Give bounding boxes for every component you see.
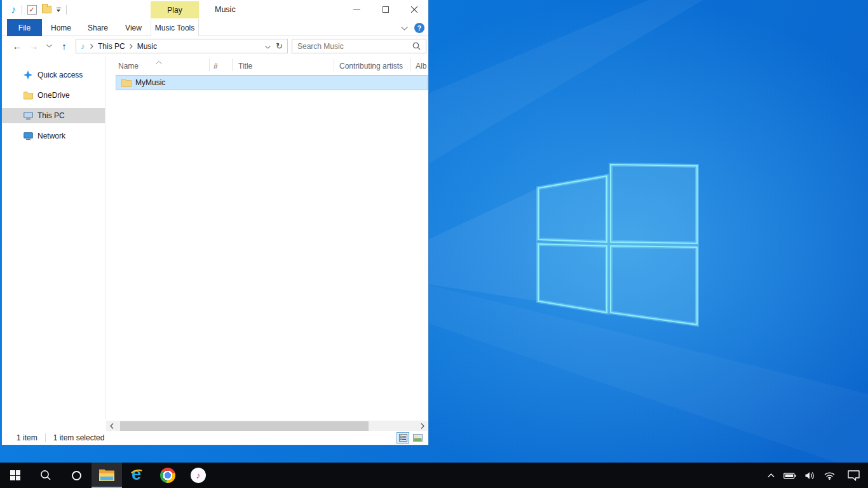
show-hidden-icons-button[interactable] bbox=[768, 473, 775, 478]
network-icon bbox=[23, 132, 33, 140]
forward-button[interactable]: → bbox=[27, 36, 40, 56]
minimize-icon bbox=[353, 6, 360, 13]
chrome-icon bbox=[160, 468, 175, 483]
help-button[interactable]: ? bbox=[414, 23, 424, 33]
quick-access-toolbar: ♪ ✓ bbox=[11, 0, 67, 19]
column-header-contributing-artists[interactable]: Contributing artists bbox=[339, 56, 412, 74]
sidebar-item-onedrive[interactable]: OneDrive bbox=[2, 88, 105, 103]
taskbar-file-explorer-button[interactable] bbox=[92, 463, 122, 488]
large-icons-view-button[interactable] bbox=[411, 432, 424, 444]
file-explorer-icon bbox=[98, 469, 115, 482]
chevron-down-icon bbox=[401, 27, 408, 30]
file-name: MyMusic bbox=[135, 78, 165, 87]
refresh-button[interactable]: ↻ bbox=[276, 41, 283, 51]
wifi-icon bbox=[824, 471, 835, 480]
minimize-button[interactable] bbox=[342, 0, 371, 19]
scroll-left-button[interactable] bbox=[106, 421, 117, 431]
sidebar-item-network[interactable]: Network bbox=[2, 128, 105, 144]
internet-explorer-icon: e bbox=[129, 467, 146, 484]
cortana-icon bbox=[72, 471, 81, 480]
system-tray bbox=[768, 463, 835, 488]
address-dropdown-chevron[interactable] bbox=[265, 42, 271, 51]
chrome-button[interactable] bbox=[153, 463, 183, 488]
speaker-icon bbox=[805, 471, 815, 480]
chevron-right-icon bbox=[421, 423, 424, 429]
item-count: 1 item bbox=[17, 433, 37, 442]
address-bar-row: ← → ↑ ♪ This PC Music ↻ bbox=[2, 36, 428, 56]
recent-locations-chevron[interactable] bbox=[44, 36, 54, 56]
details-view-icon bbox=[399, 434, 407, 442]
qat-separator bbox=[66, 5, 67, 15]
tab-home[interactable]: Home bbox=[44, 19, 78, 36]
qat-separator bbox=[22, 5, 22, 15]
taskbar: e ♪ bbox=[0, 463, 868, 488]
address-bar[interactable]: ♪ This PC Music ↻ bbox=[76, 39, 288, 53]
play-group-label: Play bbox=[167, 6, 182, 15]
expand-ribbon-chevron[interactable] bbox=[401, 24, 408, 32]
onedrive-icon bbox=[23, 92, 33, 100]
location-music-icon: ♪ bbox=[81, 42, 85, 51]
taskbar-search-button[interactable] bbox=[31, 463, 61, 488]
caption-buttons bbox=[342, 0, 428, 19]
column-header-album[interactable]: Alb bbox=[416, 56, 431, 74]
cortana-button[interactable] bbox=[61, 463, 92, 488]
status-bar: 1 item 1 item selected bbox=[2, 431, 428, 445]
selection-count: 1 item selected bbox=[53, 433, 105, 442]
breadcrumb-chevron-icon bbox=[87, 44, 97, 49]
search-icon[interactable] bbox=[412, 42, 421, 50]
internet-explorer-button[interactable]: e bbox=[122, 463, 153, 488]
close-icon bbox=[411, 6, 417, 13]
ribbon-tab-bar: File Home Share View Music Tools ? bbox=[2, 19, 428, 36]
up-button[interactable]: ↑ bbox=[58, 36, 71, 56]
breadcrumb-music[interactable]: Music bbox=[136, 42, 158, 51]
column-resize-handle[interactable] bbox=[410, 58, 411, 71]
column-resize-handle[interactable] bbox=[209, 58, 210, 71]
tab-music-tools[interactable]: Music Tools bbox=[151, 19, 199, 36]
contextual-tab-group-play[interactable]: Play bbox=[151, 1, 199, 18]
folder-icon bbox=[121, 79, 132, 87]
maximize-button[interactable] bbox=[371, 0, 400, 19]
title-bar: ♪ ✓ Play Music bbox=[2, 0, 428, 19]
battery-tray-button[interactable] bbox=[783, 472, 796, 479]
close-button[interactable] bbox=[400, 0, 428, 19]
itunes-button[interactable]: ♪ bbox=[183, 463, 214, 488]
tab-view[interactable]: View bbox=[118, 19, 149, 36]
column-resize-handle[interactable] bbox=[334, 58, 334, 71]
sidebar-item-this-pc[interactable]: This PC bbox=[2, 108, 105, 123]
search-input[interactable] bbox=[292, 42, 412, 51]
sort-ascending-icon bbox=[156, 57, 162, 66]
column-header-title[interactable]: Title bbox=[238, 56, 327, 74]
properties-button[interactable]: ✓ bbox=[27, 5, 37, 15]
tab-file[interactable]: File bbox=[7, 19, 42, 36]
tab-share[interactable]: Share bbox=[81, 19, 114, 36]
volume-tray-button[interactable] bbox=[805, 471, 815, 480]
thumbnail-view-icon bbox=[413, 434, 423, 442]
start-button[interactable] bbox=[0, 463, 31, 488]
chevron-left-icon bbox=[110, 423, 114, 429]
file-list: Name # Title Contributing artists Alb My… bbox=[106, 56, 428, 421]
scroll-right-button[interactable] bbox=[417, 421, 428, 431]
windows-logo-icon bbox=[10, 470, 20, 480]
status-separator bbox=[45, 433, 46, 442]
customize-qat-dropdown[interactable] bbox=[57, 8, 61, 12]
scrollbar-thumb[interactable] bbox=[120, 421, 369, 431]
breadcrumb-chevron-icon bbox=[126, 44, 136, 49]
details-view-button[interactable] bbox=[397, 432, 409, 444]
network-tray-button[interactable] bbox=[824, 471, 835, 480]
breadcrumb-this-pc[interactable]: This PC bbox=[97, 42, 126, 51]
battery-icon bbox=[783, 472, 796, 479]
column-header-name[interactable]: Name bbox=[118, 56, 207, 74]
maximize-icon bbox=[383, 6, 389, 13]
file-row-mymusic[interactable]: MyMusic bbox=[116, 75, 428, 90]
column-header-number[interactable]: # bbox=[214, 56, 229, 74]
action-center-button[interactable] bbox=[839, 463, 868, 488]
sidebar-item-quick-access[interactable]: Quick access bbox=[2, 67, 105, 83]
chevron-down-icon bbox=[265, 46, 271, 49]
action-center-icon bbox=[848, 470, 860, 481]
music-app-icon: ♪ bbox=[11, 4, 17, 15]
chevron-down-icon bbox=[46, 44, 52, 48]
column-resize-handle[interactable] bbox=[232, 58, 233, 71]
search-box bbox=[292, 39, 426, 53]
back-button[interactable]: ← bbox=[11, 36, 24, 56]
new-folder-button[interactable] bbox=[42, 6, 51, 13]
